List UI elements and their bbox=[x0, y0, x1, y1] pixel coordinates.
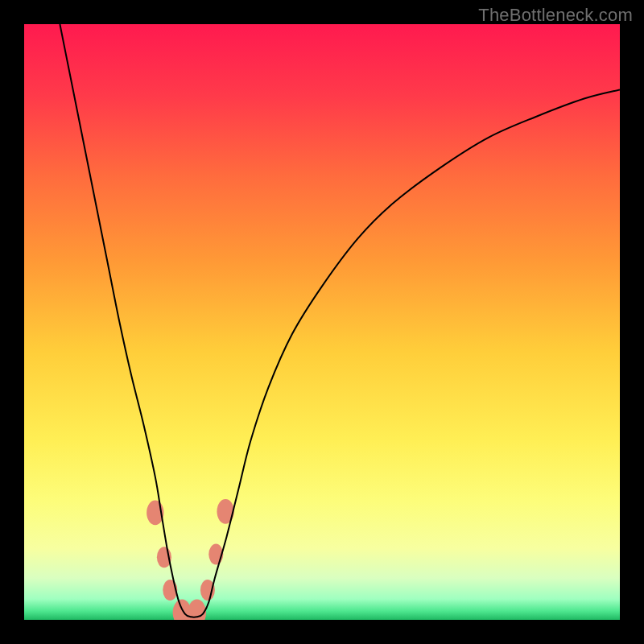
chart-frame: TheBottleneck.com bbox=[0, 0, 644, 644]
bottleneck-curve bbox=[60, 24, 620, 617]
marker-dot bbox=[200, 580, 215, 601]
watermark-text: TheBottleneck.com bbox=[478, 5, 633, 26]
chart-svg bbox=[24, 24, 620, 620]
plot-area bbox=[24, 24, 620, 620]
